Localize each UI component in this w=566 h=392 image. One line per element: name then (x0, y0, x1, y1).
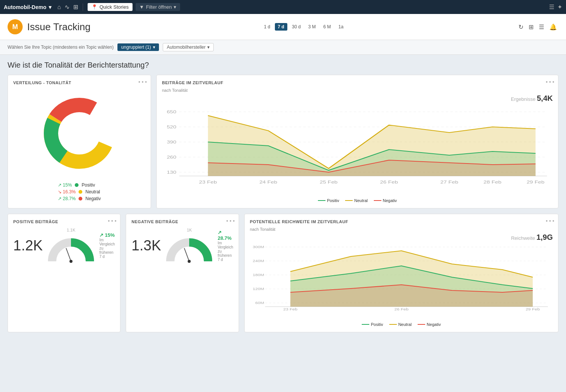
donut-container: 22.8% 24.3% 52.9% ↗ 15% Positiv ↘ 16.3% … (13, 88, 145, 201)
svg-text:240M: 240M (253, 259, 264, 263)
arrow-up-positiv: ↗ 15% (58, 182, 72, 188)
legend-line-positiv (318, 200, 325, 201)
section-question: Wie ist die Tonalität der Berichterstatt… (8, 61, 558, 69)
svg-text:25 Feb: 25 Feb (320, 180, 338, 185)
time-3m[interactable]: 3 M (305, 23, 319, 31)
svg-text:27 Feb: 27 Feb (440, 180, 458, 185)
line-chart-menu[interactable]: • • • (546, 79, 554, 85)
reichweite-legend-neutral: Neutral (389, 322, 412, 327)
doc-button[interactable]: ☰ (537, 22, 546, 32)
svg-text:29 Feb: 29 Feb (526, 307, 540, 311)
filter-open-button[interactable]: ▼ Filter öffnen ▾ (136, 3, 180, 11)
refresh-button[interactable]: ↻ (517, 22, 525, 32)
logo-letter: M (12, 23, 18, 31)
filter-icon: ▼ (139, 4, 144, 10)
donut-card-menu[interactable]: • • • (139, 79, 147, 85)
arrow-down-neutral: ↘ 16.3% (58, 189, 76, 194)
top-navigation: Automobil-Demo ▾ ⌂ ∿ ⊞ 📍 Quick Stories ▼… (0, 0, 566, 14)
legend-label-neutral: Neutral (85, 189, 100, 194)
donut-card-title: VERTEILUNG - TONALITÄT (13, 80, 145, 85)
legend-neutral-item: Neutral (345, 198, 367, 203)
time-30d[interactable]: 30 d (289, 23, 304, 31)
svg-line-18 (66, 248, 71, 261)
donut-legend: ↗ 15% Positiv ↘ 16.3% Neutral ↗ 28.7% Ne… (58, 182, 101, 201)
time-6m[interactable]: 6 M (320, 23, 334, 31)
svg-point-19 (69, 260, 72, 263)
nav-right-actions: ☰ ✦ (549, 3, 562, 11)
reichweite-chart-svg: 300M 240M 180M 120M 60M 23 Feb 26 Feb 29… (250, 243, 553, 319)
negative-card-title: NEGATIVE BEITRÄGE (131, 219, 233, 224)
negative-change-pct: ↗ 28.7% (217, 230, 233, 241)
chart-icon[interactable]: ∿ (65, 3, 69, 11)
legend-dot-positiv (75, 183, 79, 187)
time-controls: 1 d 7 d 30 d 3 M 6 M 1a (261, 23, 347, 31)
svg-text:520: 520 (167, 125, 176, 130)
svg-text:390: 390 (167, 140, 176, 145)
reichweite-legend-line-negativ (418, 324, 425, 325)
svg-text:60M: 60M (255, 301, 264, 305)
doc-icon[interactable]: ☰ (549, 3, 554, 11)
line-chart-svg: 650 520 390 260 130 23 Feb 24 Feb 25 Feb… (162, 104, 553, 195)
result-value: 5,4K (537, 94, 553, 102)
svg-point-21 (188, 260, 191, 263)
negative-gauge-card: NEGATIVE BEITRÄGE • • • 1.3K 1K ↗ 28.7% … (126, 214, 239, 332)
positive-change-desc: Im Vergleich zu früheren 7 d (99, 238, 115, 259)
page-title: Issue Tracking (27, 21, 91, 33)
home-icon[interactable]: ⌂ (57, 4, 61, 11)
donut-chart: 22.8% 24.3% 52.9% (38, 92, 121, 175)
reichweite-card-menu[interactable]: • • • (546, 218, 554, 224)
negative-change-desc: Im Vergleich zu früheren 7 d (217, 241, 233, 262)
settings-icon[interactable]: ✦ (557, 3, 562, 11)
legend-positiv: ↗ 15% Positiv (58, 182, 101, 188)
reichweite-legend-line-positiv (362, 324, 369, 325)
pin-icon: 📍 (91, 4, 97, 10)
donut-label-positiv: 22.8% (87, 125, 101, 131)
grid-icon[interactable]: ⊞ (73, 3, 78, 11)
line-chart-card: BEITRÄGE IM ZEITVERLAUF • • • nach Tonal… (156, 75, 558, 208)
reichweite-legend-negativ-label: Negativ (427, 322, 441, 327)
legend-dot-negativ (79, 197, 82, 201)
brand-label: Automobil-Demo (4, 4, 46, 10)
donut-label-negativ: 24.3% (59, 125, 73, 131)
brand-name[interactable]: Automobil-Demo ▾ (4, 4, 51, 10)
line-chart-subtitle: nach Tonalität (162, 88, 553, 93)
main-content: Wie ist die Tonalität der Berichterstatt… (0, 55, 566, 344)
positive-change-pct: ↗ 15% (99, 232, 115, 238)
title-group: M Issue Tracking (8, 19, 91, 34)
svg-text:260: 260 (167, 155, 176, 160)
negative-card-menu[interactable]: • • • (226, 218, 234, 224)
quick-stories-button[interactable]: 📍 Quick Stories (88, 3, 132, 11)
svg-text:23 Feb: 23 Feb (199, 180, 217, 185)
svg-text:24 Feb: 24 Feb (259, 180, 277, 185)
reichweite-card: POTENTIELLE REICHWEITE IM ZEITVERLAUF • … (244, 214, 558, 332)
header-actions: ↻ ⊞ ☰ 🔔 (517, 22, 558, 32)
positive-gauge-chart (46, 233, 96, 263)
reichweite-legend-neutral-label: Neutral (398, 322, 412, 327)
positive-gauge-card: POSITIVE BEITRÄGE • • • 1.2K 1.1K (8, 214, 120, 332)
legend-negativ-label: Negativ (383, 198, 397, 203)
layout-button[interactable]: ⊞ (527, 22, 535, 32)
time-7d[interactable]: 7 d (275, 23, 287, 31)
legend-positiv-item: Positiv (318, 198, 339, 203)
filter-dropdown-automobilhersteller[interactable]: Automobilhersteller ▾ (163, 43, 214, 51)
reichweite-result-value: 1,9G (537, 233, 553, 241)
line-chart-title: BEITRÄGE IM ZEITVERLAUF (162, 80, 553, 85)
notification-button[interactable]: 🔔 (548, 22, 558, 32)
positive-gauge-value: 1.2K (13, 238, 43, 254)
legend-neutral: ↘ 16.3% Neutral (58, 189, 101, 194)
time-1a[interactable]: 1a (335, 23, 346, 31)
result-label: Ergebnisse (511, 96, 535, 102)
svg-text:28 Feb: 28 Feb (484, 180, 501, 185)
reichweite-legend-positiv: Positiv (362, 322, 383, 327)
reichweite-subtitle: nach Tonalität (250, 227, 553, 231)
filter-tag-ungruppiert[interactable]: ungruppiert (1) ▾ (117, 43, 159, 51)
svg-text:300M: 300M (253, 245, 264, 249)
time-1d[interactable]: 1 d (261, 23, 273, 31)
svg-line-20 (184, 248, 189, 261)
positive-card-menu[interactable]: • • • (108, 218, 116, 224)
filter-dropdown-label: Automobilhersteller (167, 45, 206, 50)
brand-chevron[interactable]: ▾ (49, 4, 51, 10)
reichweite-legend-positiv-label: Positiv (371, 322, 383, 327)
filter-bar-label: Wählen Sie Ihre Topic (mindestens ein To… (8, 45, 114, 50)
negative-change-info: ↗ 28.7% Im Vergleich zu früheren 7 d (217, 230, 233, 262)
